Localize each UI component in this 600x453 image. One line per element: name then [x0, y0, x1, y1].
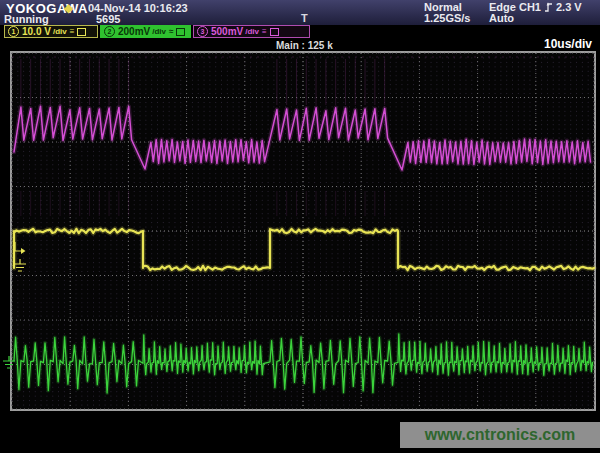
- channel-1-scale: 10.0 V: [22, 26, 51, 37]
- channel-1-coupling-icon: ≡: [70, 27, 75, 36]
- record-length-label: Main : 125 k: [276, 40, 333, 51]
- channel-2-probe-icon: [176, 28, 185, 36]
- ch1-position-marker: [15, 242, 26, 254]
- channel-1-per-div: /div: [53, 27, 67, 36]
- channel-1-number-icon: 1: [8, 26, 19, 37]
- channel-2-coupling-icon: ≈: [169, 27, 173, 36]
- trigger-position-marker: T: [301, 12, 308, 24]
- channel-3-coupling-icon: ≡: [262, 27, 267, 36]
- trigger-sweep-label: Auto: [489, 12, 514, 24]
- waveform-canvas: [12, 53, 594, 409]
- waveform-display-area: [10, 51, 596, 411]
- channel-3-per-div: /div: [245, 27, 259, 36]
- acquisition-status: Running: [4, 13, 49, 25]
- rising-edge-icon: [544, 1, 553, 13]
- channel-2-scale: 200mV: [118, 26, 150, 37]
- timebase-label: 10us/div: [544, 37, 592, 51]
- header-bar: YOKOGAWA ◆ 04-Nov-14 10:16:23 Running 56…: [0, 0, 600, 25]
- channel-3-number-icon: 3: [197, 26, 208, 37]
- watermark-link[interactable]: www.cntronics.com: [400, 422, 600, 448]
- sample-rate-label: 1.25GS/s: [424, 12, 470, 24]
- channel-1-box: 1 10.0 V/div ≡: [4, 25, 98, 38]
- channel-2-box: 2 200mV/div ≈: [100, 25, 191, 38]
- channel-2-number-icon: 2: [104, 26, 115, 37]
- channel-2-per-div: /div: [152, 27, 166, 36]
- trigger-level-text: 2.3 V: [556, 1, 582, 13]
- channel-1-probe-icon: [77, 28, 86, 36]
- channel-3-probe-icon: [270, 28, 279, 36]
- channel-3-box: 3 500mV/div ≡: [193, 25, 310, 38]
- channel-3-scale: 500mV: [211, 26, 243, 37]
- persistence-artifacts: [12, 57, 594, 216]
- brand-diamond-icon: ◆: [64, 1, 73, 15]
- watermark-text: www.cntronics.com: [425, 426, 576, 444]
- acquisition-count: 5695: [96, 13, 120, 25]
- oscilloscope-screen: YOKOGAWA ◆ 04-Nov-14 10:16:23 Running 56…: [0, 0, 600, 453]
